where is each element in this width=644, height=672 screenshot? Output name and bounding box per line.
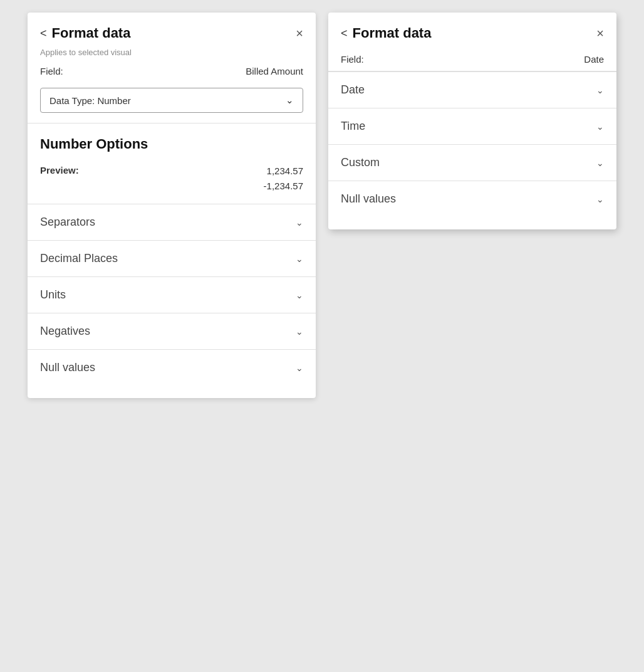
right-accordion-chevron-0: ⌄ xyxy=(596,85,604,95)
right-accordion-chevron-2: ⌄ xyxy=(596,158,604,168)
right-accordions: Date ⌄ Time ⌄ Custom ⌄ Null values ⌄ xyxy=(328,71,616,217)
right-back-arrow[interactable]: < xyxy=(341,27,348,40)
left-preview-positive: 1,234.57 xyxy=(91,164,303,179)
left-preview-label: Preview: xyxy=(40,164,79,176)
right-accordion-item: Date ⌄ xyxy=(328,71,616,108)
right-accordion-label-3: Null values xyxy=(341,192,396,206)
left-accordion-item: Separators ⌄ xyxy=(28,204,316,240)
left-panel-title: Format data xyxy=(52,25,131,41)
left-accordion-chevron-1: ⌄ xyxy=(296,254,303,264)
right-panel-header: < Format data × xyxy=(328,13,616,48)
left-accordion-item: Decimal Places ⌄ xyxy=(28,240,316,276)
left-accordion-label-4: Null values xyxy=(40,361,95,374)
left-accordions: Separators ⌄ Decimal Places ⌄ Units ⌄ Ne… xyxy=(28,204,316,386)
left-preview-negative: -1,234.57 xyxy=(91,179,303,194)
right-title-group: < Format data xyxy=(341,25,431,41)
left-field-label: Field: xyxy=(40,66,63,76)
left-field-row: Field: Billed Amount xyxy=(28,63,316,83)
left-accordion-label-3: Negatives xyxy=(40,325,90,338)
left-accordion-header-4[interactable]: Null values ⌄ xyxy=(28,350,316,386)
left-accordion-chevron-0: ⌄ xyxy=(296,218,303,228)
left-preview-row: Preview: 1,234.57 -1,234.57 xyxy=(28,159,316,204)
left-accordion-label-0: Separators xyxy=(40,216,95,229)
left-accordion-item: Null values ⌄ xyxy=(28,349,316,386)
left-data-type-label: Data Type: Number xyxy=(49,95,131,106)
left-panel-header: < Format data × xyxy=(28,13,316,48)
left-accordion-chevron-4: ⌄ xyxy=(296,363,303,373)
right-accordion-header-3[interactable]: Null values ⌄ xyxy=(328,181,616,217)
right-accordion-label-1: Time xyxy=(341,120,365,133)
right-field-label: Field: xyxy=(341,54,364,65)
left-section-heading: Number Options xyxy=(28,123,316,159)
left-accordion-item: Units ⌄ xyxy=(28,276,316,313)
right-panel: < Format data × Field: Date Date ⌄ Time … xyxy=(328,13,616,229)
left-accordion-label-1: Decimal Places xyxy=(40,252,118,265)
left-accordion-header-3[interactable]: Negatives ⌄ xyxy=(28,313,316,349)
left-accordion-label-2: Units xyxy=(40,288,66,302)
left-subtitle: Applies to selected visual xyxy=(28,48,316,63)
left-accordion-chevron-3: ⌄ xyxy=(296,327,303,337)
right-accordion-chevron-3: ⌄ xyxy=(596,194,604,204)
right-close-button[interactable]: × xyxy=(596,27,604,39)
left-field-value: Billed Amount xyxy=(246,66,303,76)
right-accordion-label-2: Custom xyxy=(341,156,380,169)
right-accordion-header-1[interactable]: Time ⌄ xyxy=(328,108,616,144)
right-accordion-item: Custom ⌄ xyxy=(328,144,616,181)
left-accordion-header-1[interactable]: Decimal Places ⌄ xyxy=(28,241,316,276)
left-accordion-chevron-2: ⌄ xyxy=(296,290,303,300)
left-panel: < Format data × Applies to selected visu… xyxy=(28,13,316,398)
left-accordion-header-0[interactable]: Separators ⌄ xyxy=(28,204,316,240)
left-data-type-chevron: ⌄ xyxy=(286,95,294,106)
right-panel-title: Format data xyxy=(353,25,432,41)
left-close-button[interactable]: × xyxy=(296,27,303,39)
right-accordion-header-2[interactable]: Custom ⌄ xyxy=(328,145,616,181)
right-accordion-header-0[interactable]: Date ⌄ xyxy=(328,72,616,108)
right-accordion-chevron-1: ⌄ xyxy=(596,122,604,132)
left-accordion-header-2[interactable]: Units ⌄ xyxy=(28,277,316,313)
left-back-arrow[interactable]: < xyxy=(40,27,47,40)
left-title-group: < Format data xyxy=(40,25,130,41)
left-data-type-dropdown[interactable]: Data Type: Number ⌄ xyxy=(40,88,303,113)
right-accordion-label-0: Date xyxy=(341,83,365,97)
left-accordion-item: Negatives ⌄ xyxy=(28,313,316,349)
left-preview-values: 1,234.57 -1,234.57 xyxy=(91,164,303,194)
right-accordion-item: Null values ⌄ xyxy=(328,181,616,217)
right-field-row: Field: Date xyxy=(328,48,616,71)
right-accordion-item: Time ⌄ xyxy=(328,108,616,144)
right-field-value: Date xyxy=(584,54,604,65)
